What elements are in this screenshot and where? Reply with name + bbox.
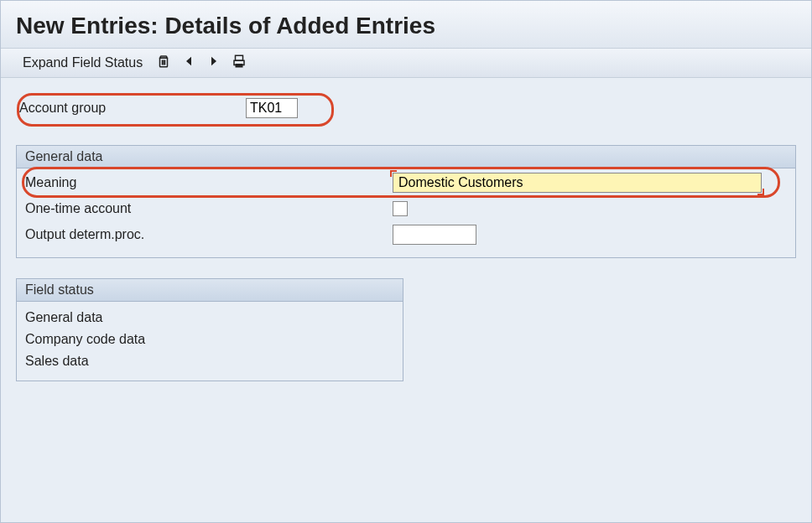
general-data-panel: General data Meaning One-time account — [16, 145, 796, 258]
general-data-header: General data — [17, 146, 795, 168]
account-group-label: Account group — [19, 101, 246, 116]
svg-rect-4 — [236, 55, 243, 60]
field-status-header: Field status — [17, 279, 403, 302]
print-icon[interactable] — [232, 54, 247, 72]
onetime-account-checkbox[interactable] — [393, 201, 408, 216]
field-status-panel: Field status General data Company code d… — [16, 278, 403, 381]
toolbar: Expand Field Status — [1, 49, 811, 78]
prev-icon[interactable] — [181, 54, 196, 72]
meaning-input[interactable] — [393, 173, 762, 193]
meaning-label: Meaning — [25, 175, 393, 190]
corner-marker — [757, 189, 764, 195]
svg-rect-6 — [236, 65, 242, 67]
output-determ-input[interactable] — [393, 225, 476, 245]
page-title: New Entries: Details of Added Entries — [16, 13, 796, 39]
onetime-account-label: One-time account — [25, 201, 393, 216]
account-group-input[interactable] — [246, 98, 298, 118]
trash-icon[interactable] — [156, 54, 171, 72]
field-status-item-general[interactable]: General data — [25, 307, 394, 329]
output-determ-label: Output determ.proc. — [25, 227, 393, 242]
field-status-item-company[interactable]: Company code data — [25, 329, 394, 350]
next-icon[interactable] — [206, 54, 221, 72]
corner-marker — [390, 170, 397, 177]
expand-field-status-button[interactable]: Expand Field Status — [23, 55, 143, 70]
field-status-item-sales[interactable]: Sales data — [25, 350, 394, 372]
